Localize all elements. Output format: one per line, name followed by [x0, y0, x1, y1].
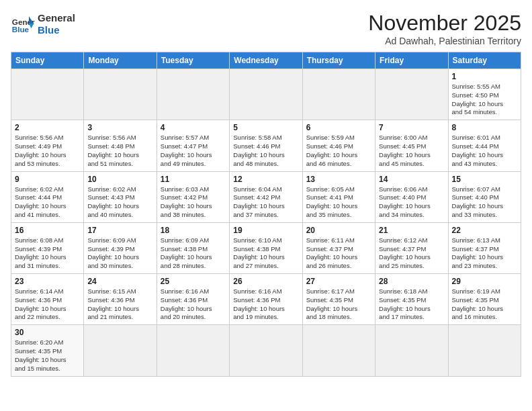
day-info: Sunrise: 5:56 AM Sunset: 4:48 PM Dayligh… [87, 134, 152, 168]
day-number: 29 [452, 277, 517, 286]
location-subtitle: Ad Dawhah, Palestinian Territory [368, 36, 521, 46]
weekday-header-saturday: Saturday [448, 52, 521, 69]
calendar-cell: 18Sunrise: 6:09 AM Sunset: 4:38 PM Dayli… [157, 222, 229, 273]
day-number: 14 [379, 175, 444, 184]
calendar-cell [157, 325, 229, 376]
calendar-cell: 1Sunrise: 5:55 AM Sunset: 4:50 PM Daylig… [448, 69, 521, 120]
calendar-week-row: 1Sunrise: 5:55 AM Sunset: 4:50 PM Daylig… [11, 69, 521, 120]
calendar-cell [11, 69, 84, 120]
calendar-cell: 30Sunrise: 6:20 AM Sunset: 4:35 PM Dayli… [11, 325, 84, 376]
day-number: 11 [161, 175, 226, 184]
day-info: Sunrise: 5:57 AM Sunset: 4:47 PM Dayligh… [161, 134, 226, 168]
day-info: Sunrise: 6:03 AM Sunset: 4:42 PM Dayligh… [161, 185, 226, 220]
calendar-week-row: 16Sunrise: 6:08 AM Sunset: 4:39 PM Dayli… [11, 222, 521, 273]
day-number: 7 [379, 123, 444, 132]
page-header: General Blue General Blue November 2025 … [11, 11, 521, 46]
day-info: Sunrise: 5:59 AM Sunset: 4:46 PM Dayligh… [306, 134, 371, 168]
calendar-cell: 12Sunrise: 6:04 AM Sunset: 4:42 PM Dayli… [230, 171, 302, 222]
calendar-cell: 19Sunrise: 6:10 AM Sunset: 4:38 PM Dayli… [230, 222, 302, 273]
logo: General Blue General Blue [11, 11, 75, 36]
day-number: 20 [306, 226, 371, 235]
calendar-cell: 29Sunrise: 6:19 AM Sunset: 4:35 PM Dayli… [448, 274, 521, 325]
day-number: 30 [15, 328, 80, 337]
day-number: 17 [87, 226, 152, 235]
calendar-cell: 17Sunrise: 6:09 AM Sunset: 4:39 PM Dayli… [84, 222, 157, 273]
calendar-cell: 23Sunrise: 6:14 AM Sunset: 4:36 PM Dayli… [11, 274, 84, 325]
day-number: 18 [161, 226, 226, 235]
logo-blue-text: Blue [38, 24, 75, 36]
day-number: 19 [233, 226, 298, 235]
calendar-table: SundayMondayTuesdayWednesdayThursdayFrid… [11, 52, 521, 377]
calendar-cell: 21Sunrise: 6:12 AM Sunset: 4:37 PM Dayli… [375, 222, 448, 273]
day-number: 26 [233, 277, 298, 286]
weekday-header-tuesday: Tuesday [157, 52, 229, 69]
calendar-cell: 8Sunrise: 6:01 AM Sunset: 4:44 PM Daylig… [448, 120, 521, 171]
day-info: Sunrise: 6:13 AM Sunset: 4:37 PM Dayligh… [452, 236, 517, 271]
title-block: November 2025 Ad Dawhah, Palestinian Ter… [368, 11, 521, 46]
svg-text:Blue: Blue [12, 25, 30, 34]
day-info: Sunrise: 6:17 AM Sunset: 4:35 PM Dayligh… [306, 287, 371, 322]
day-number: 24 [87, 277, 152, 286]
month-title: November 2025 [368, 11, 521, 36]
day-info: Sunrise: 6:07 AM Sunset: 4:40 PM Dayligh… [452, 185, 517, 220]
day-number: 2 [15, 123, 80, 132]
calendar-cell: 24Sunrise: 6:15 AM Sunset: 4:36 PM Dayli… [84, 274, 157, 325]
calendar-cell [375, 325, 448, 376]
day-number: 3 [87, 123, 152, 132]
day-info: Sunrise: 6:11 AM Sunset: 4:37 PM Dayligh… [306, 236, 371, 271]
day-number: 13 [306, 175, 371, 184]
day-info: Sunrise: 6:05 AM Sunset: 4:41 PM Dayligh… [306, 185, 371, 220]
calendar-cell [448, 325, 521, 376]
calendar-cell: 7Sunrise: 6:00 AM Sunset: 4:45 PM Daylig… [375, 120, 448, 171]
calendar-cell [230, 69, 302, 120]
day-info: Sunrise: 5:58 AM Sunset: 4:46 PM Dayligh… [233, 134, 298, 168]
calendar-cell [157, 69, 229, 120]
calendar-week-row: 23Sunrise: 6:14 AM Sunset: 4:36 PM Dayli… [11, 274, 521, 325]
calendar-cell: 10Sunrise: 6:02 AM Sunset: 4:43 PM Dayli… [84, 171, 157, 222]
calendar-week-row: 30Sunrise: 6:20 AM Sunset: 4:35 PM Dayli… [11, 325, 521, 376]
calendar-cell: 6Sunrise: 5:59 AM Sunset: 4:46 PM Daylig… [302, 120, 375, 171]
logo-general-text: General [38, 12, 75, 24]
day-info: Sunrise: 6:14 AM Sunset: 4:36 PM Dayligh… [15, 287, 80, 322]
day-number: 8 [452, 123, 517, 132]
day-info: Sunrise: 5:55 AM Sunset: 4:50 PM Dayligh… [452, 83, 517, 117]
calendar-cell: 9Sunrise: 6:02 AM Sunset: 4:44 PM Daylig… [11, 171, 84, 222]
calendar-week-row: 9Sunrise: 6:02 AM Sunset: 4:44 PM Daylig… [11, 171, 521, 222]
calendar-cell: 20Sunrise: 6:11 AM Sunset: 4:37 PM Dayli… [302, 222, 375, 273]
day-info: Sunrise: 6:02 AM Sunset: 4:43 PM Dayligh… [87, 185, 152, 220]
calendar-cell [230, 325, 302, 376]
day-info: Sunrise: 6:12 AM Sunset: 4:37 PM Dayligh… [379, 236, 444, 271]
calendar-cell: 26Sunrise: 6:16 AM Sunset: 4:36 PM Dayli… [230, 274, 302, 325]
weekday-header-row: SundayMondayTuesdayWednesdayThursdayFrid… [11, 52, 521, 69]
day-number: 5 [233, 123, 298, 132]
day-info: Sunrise: 6:02 AM Sunset: 4:44 PM Dayligh… [15, 185, 80, 220]
day-info: Sunrise: 6:04 AM Sunset: 4:42 PM Dayligh… [233, 185, 298, 220]
day-info: Sunrise: 6:19 AM Sunset: 4:35 PM Dayligh… [452, 287, 517, 322]
calendar-cell: 13Sunrise: 6:05 AM Sunset: 4:41 PM Dayli… [302, 171, 375, 222]
calendar-cell: 11Sunrise: 6:03 AM Sunset: 4:42 PM Dayli… [157, 171, 229, 222]
day-info: Sunrise: 6:01 AM Sunset: 4:44 PM Dayligh… [452, 134, 517, 168]
calendar-cell: 22Sunrise: 6:13 AM Sunset: 4:37 PM Dayli… [448, 222, 521, 273]
day-number: 25 [161, 277, 226, 286]
calendar-cell: 27Sunrise: 6:17 AM Sunset: 4:35 PM Dayli… [302, 274, 375, 325]
day-info: Sunrise: 6:18 AM Sunset: 4:35 PM Dayligh… [379, 287, 444, 322]
calendar-cell [84, 325, 157, 376]
calendar-cell [375, 69, 448, 120]
calendar-cell [302, 325, 375, 376]
day-number: 15 [452, 175, 517, 184]
day-number: 27 [306, 277, 371, 286]
day-number: 10 [87, 175, 152, 184]
day-number: 9 [15, 175, 80, 184]
weekday-header-wednesday: Wednesday [230, 52, 302, 69]
day-info: Sunrise: 6:20 AM Sunset: 4:35 PM Dayligh… [15, 338, 80, 373]
weekday-header-thursday: Thursday [302, 52, 375, 69]
day-info: Sunrise: 6:09 AM Sunset: 4:38 PM Dayligh… [161, 236, 226, 271]
calendar-cell: 25Sunrise: 6:16 AM Sunset: 4:36 PM Dayli… [157, 274, 229, 325]
calendar-cell: 3Sunrise: 5:56 AM Sunset: 4:48 PM Daylig… [84, 120, 157, 171]
day-info: Sunrise: 6:10 AM Sunset: 4:38 PM Dayligh… [233, 236, 298, 271]
calendar-cell: 5Sunrise: 5:58 AM Sunset: 4:46 PM Daylig… [230, 120, 302, 171]
day-number: 12 [233, 175, 298, 184]
calendar-cell: 2Sunrise: 5:56 AM Sunset: 4:49 PM Daylig… [11, 120, 84, 171]
day-info: Sunrise: 6:08 AM Sunset: 4:39 PM Dayligh… [15, 236, 80, 271]
calendar-cell: 16Sunrise: 6:08 AM Sunset: 4:39 PM Dayli… [11, 222, 84, 273]
